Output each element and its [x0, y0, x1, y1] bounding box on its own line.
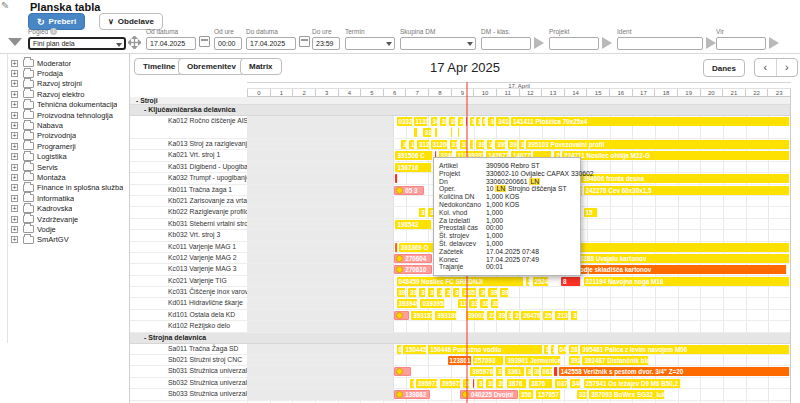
- gantt-bar[interactable]: [395, 243, 397, 252]
- today-button[interactable]: Danes: [703, 59, 745, 77]
- gantt-bar[interactable]: 0423: [558, 345, 567, 354]
- gantt-bar[interactable]: 21: [437, 288, 443, 297]
- gantt-bar[interactable]: 3657: [462, 288, 477, 297]
- gantt-bar[interactable]: 3361: [505, 367, 524, 376]
- from-time-input[interactable]: [214, 37, 242, 50]
- tree-item-servis[interactable]: +Servis: [0, 162, 129, 172]
- gantt-bar[interactable]: 34: [488, 117, 495, 126]
- expand-icon[interactable]: +: [11, 226, 18, 233]
- gantt-bar[interactable]: 142558 Verižnik s pestom dvor. 3/4" Z=20: [559, 367, 790, 376]
- termin-select[interactable]: [345, 37, 395, 50]
- tree-item-vodje[interactable]: +Vodje: [0, 224, 129, 234]
- gantt-bar[interactable]: 38: [453, 288, 460, 297]
- dm-group-select[interactable]: [400, 37, 476, 50]
- gantt-bar[interactable]: 28: [569, 345, 579, 354]
- expand-icon[interactable]: +: [11, 122, 18, 129]
- gantt-bar[interactable]: 3: [470, 140, 474, 149]
- gantt-bar[interactable]: 15: [584, 208, 599, 217]
- tree-item-prodaja[interactable]: +Prodaja: [0, 68, 129, 78]
- gantt-group-row[interactable]: - Strojna delavnica: [130, 333, 791, 344]
- gantt-group-row[interactable]: - Ključavničarska delavnica: [130, 105, 791, 116]
- gantt-bar[interactable]: 38: [480, 299, 488, 308]
- gantt-bar[interactable]: 242278 Cev 60x30x1,5: [584, 186, 790, 195]
- gantt-bar[interactable]: 393187: [411, 311, 433, 320]
- gantt-bar[interactable]: 35: [449, 117, 456, 126]
- gantt-bar[interactable]: 39: [496, 311, 505, 320]
- gantt-bar[interactable]: [394, 367, 411, 376]
- expand-icon[interactable]: +: [11, 164, 18, 171]
- gantt-bar[interactable]: 392: [569, 356, 582, 365]
- dm-klas-input[interactable]: [481, 37, 531, 50]
- gantt-bar[interactable]: 221194 Navojna noga M16: [584, 277, 790, 286]
- gantt-bar[interactable]: 395972: [440, 379, 462, 388]
- gantt-bar[interactable]: 3407: [570, 379, 581, 388]
- expand-icon[interactable]: +: [11, 153, 18, 160]
- gantt-bar[interactable]: 0375: [555, 379, 568, 388]
- source-lookup-arrow-icon[interactable]: [769, 37, 779, 49]
- gantt-bar[interactable]: 396: [500, 288, 509, 297]
- gantt-bar[interactable]: 3: [496, 367, 503, 376]
- expand-icon[interactable]: +: [11, 184, 18, 191]
- calendar-icon[interactable]: [299, 36, 310, 47]
- gantt-bar[interactable]: 395461 Palica z levim navojem M06: [580, 345, 790, 354]
- gantt-bar[interactable]: 394: [408, 288, 417, 297]
- gantt-bar[interactable]: [394, 311, 409, 320]
- gantt-bar[interactable]: 21: [445, 288, 451, 297]
- gantt-bar[interactable]: 34: [431, 117, 438, 126]
- gantt-bar[interactable]: [395, 174, 398, 183]
- expand-icon[interactable]: +: [11, 132, 18, 139]
- gantt-bar[interactable]: 198542: [395, 220, 431, 229]
- gantt-bar[interactable]: 150446 Pomožno vodilo: [428, 345, 543, 354]
- tree-item-programerji[interactable]: +Programerji: [0, 141, 129, 151]
- gantt-bar[interactable]: 8: [561, 277, 582, 286]
- expand-icon[interactable]: +: [11, 143, 18, 150]
- gantt-bar[interactable]: 14: [409, 140, 415, 149]
- gantt-bar[interactable]: 33: [571, 311, 578, 320]
- expand-icon[interactable]: +: [11, 91, 18, 98]
- gantt-bar[interactable]: 33: [469, 299, 478, 308]
- gantt-bar[interactable]: 156716: [395, 163, 431, 172]
- from-date-input[interactable]: [146, 37, 196, 50]
- gantt-bar[interactable]: 040225 Dvojni: [460, 390, 518, 399]
- gantt-bar[interactable]: 31: [419, 208, 426, 217]
- gantt-bar[interactable]: 331: [577, 390, 588, 399]
- tree-item-razvoj-strojni[interactable]: +Razvoj strojni: [0, 79, 129, 89]
- gantt-bar[interactable]: 394606 fronta desna: [581, 174, 790, 183]
- gantt-bar[interactable]: 150445 Pomožno: [403, 345, 427, 354]
- gantt-bar[interactable]: 224711 Nosilec ohišja M22-G: [562, 151, 790, 160]
- gantt-bar[interactable]: 394: [397, 288, 406, 297]
- project-lookup-arrow-icon[interactable]: [602, 37, 612, 49]
- gantt-bar[interactable]: 257093: [473, 356, 505, 365]
- next-day-button[interactable]: ›: [777, 59, 798, 76]
- expand-icon[interactable]: +: [11, 112, 18, 119]
- gantt-bar[interactable]: 3: [477, 379, 484, 388]
- gantt-bar[interactable]: [435, 128, 437, 137]
- move-handle-icon[interactable]: [128, 36, 141, 49]
- tree-item-tehni-na-dokumentacija[interactable]: +Tehnična dokumentacija: [0, 100, 129, 110]
- collapse-panel-icon[interactable]: [8, 38, 22, 46]
- tree-item-smartgv[interactable]: +SmArtGV: [0, 235, 129, 245]
- gantt-bar[interactable]: 204761: [521, 311, 540, 320]
- gantt-bar[interactable]: 02: [482, 117, 487, 126]
- gantt-bar[interactable]: 39: [419, 288, 426, 297]
- gantt-bar[interactable]: 05 3: [394, 186, 424, 195]
- expand-icon[interactable]: +: [11, 174, 18, 181]
- gantt-bar[interactable]: 33: [458, 117, 464, 126]
- gantt-bar[interactable]: 1: [410, 379, 415, 388]
- gantt-bar[interactable]: 0: [397, 345, 403, 354]
- calendar-icon[interactable]: [199, 36, 210, 47]
- gantt-bar[interactable]: 393: [476, 140, 485, 149]
- gantt-bar[interactable]: 393949: [397, 299, 419, 308]
- gantt-bar[interactable]: 336: [486, 379, 494, 388]
- gantt-bar[interactable]: 361: [401, 140, 407, 149]
- gantt-bar[interactable]: 270604: [394, 254, 432, 263]
- tree-item-razvoj-elektro[interactable]: +Razvoj elektro: [0, 89, 129, 99]
- gantt-bar[interactable]: 395971: [416, 379, 438, 388]
- gantt-bar[interactable]: 33: [487, 140, 493, 149]
- tree-item-proizvodnja[interactable]: +Proizvodnja: [0, 131, 129, 141]
- project-input[interactable]: [549, 37, 599, 50]
- tree-item-informatika[interactable]: +Informatika: [0, 193, 129, 203]
- gantt-bar[interactable]: 393186: [435, 311, 457, 320]
- tree-item-vzdr-evanje[interactable]: +Vzdrževanje: [0, 214, 129, 224]
- gantt-bar[interactable]: [414, 128, 419, 137]
